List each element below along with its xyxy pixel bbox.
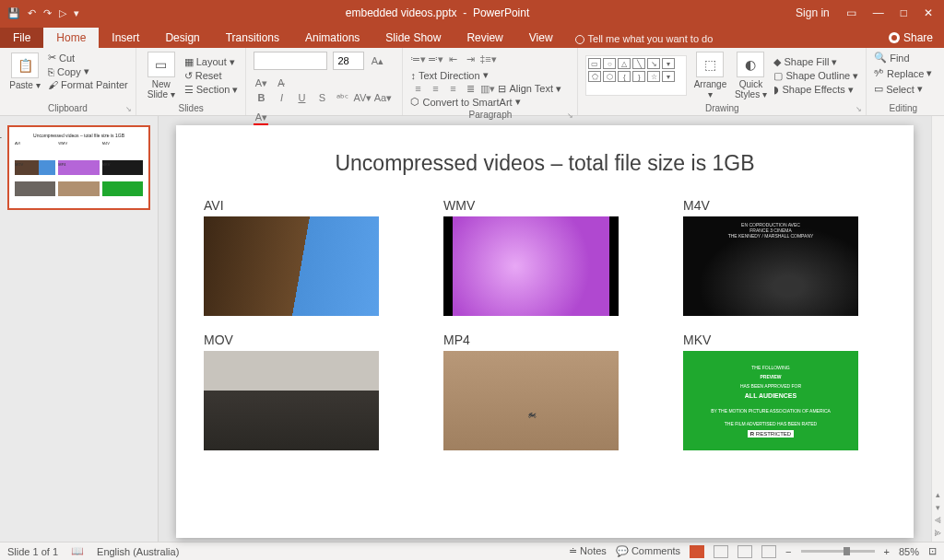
tab-file[interactable]: File	[0, 28, 43, 48]
customize-qat-icon[interactable]: ▾	[74, 7, 79, 19]
font-size-input[interactable]	[333, 52, 364, 70]
align-left-button[interactable]: ≡	[410, 81, 425, 96]
align-text-button[interactable]: ⊟ Align Text ▾	[498, 83, 561, 95]
shape-fill-button[interactable]: ◆ Shape Fill ▾	[773, 56, 858, 68]
spell-check-icon[interactable]: 📖	[71, 545, 84, 557]
next-slide-icon[interactable]: ⫸	[934, 529, 942, 538]
align-center-button[interactable]: ≡	[428, 81, 442, 96]
shapes-gallery[interactable]: ▭○△╲↘▾ ⬠⬡{}☆▾	[585, 55, 687, 96]
reading-view-button[interactable]	[738, 545, 752, 558]
zoom-level[interactable]: 85%	[899, 546, 919, 557]
ribbon-display-options-icon[interactable]: ▭	[846, 6, 856, 19]
close-icon[interactable]: ✕	[924, 6, 933, 19]
convert-smartart-button[interactable]: ⬡ Convert to SmartArt ▾	[410, 96, 520, 108]
share-button[interactable]: Share	[878, 28, 944, 48]
tab-home[interactable]: Home	[43, 28, 99, 48]
layout-button[interactable]: ▦ Layout ▾	[184, 56, 239, 68]
slide-thumbnail-1[interactable]: 1 Uncompressed videos – total file size …	[7, 125, 150, 210]
dialog-launcher-icon[interactable]: ↘	[125, 105, 132, 113]
slide-canvas[interactable]: Uncompressed videos – total file size is…	[176, 125, 914, 538]
slide-thumbnails-panel[interactable]: 1 Uncompressed videos – total file size …	[0, 116, 159, 542]
align-right-button[interactable]: ≡	[445, 81, 460, 96]
underline-button[interactable]: U	[294, 90, 309, 105]
replace-button[interactable]: ᵃ⁄ᵇ Replace ▾	[874, 67, 932, 79]
reset-button[interactable]: ↺ Reset	[184, 70, 239, 82]
decrease-font-icon[interactable]: A▾	[254, 76, 268, 90]
tab-view[interactable]: View	[516, 28, 566, 48]
sign-in-link[interactable]: Sign in	[796, 6, 830, 19]
minimize-icon[interactable]: —	[873, 6, 884, 19]
zoom-in-button[interactable]: +	[884, 546, 890, 557]
video-cell-avi[interactable]: AVI	[204, 198, 407, 316]
quick-styles-button[interactable]: ◐Quick Styles ▾	[733, 52, 768, 99]
tab-review[interactable]: Review	[454, 28, 515, 48]
font-family-input[interactable]	[254, 52, 327, 70]
change-case-button[interactable]: Aa▾	[375, 90, 390, 105]
comments-button[interactable]: 💬 Comments	[616, 545, 680, 557]
save-icon[interactable]: 💾	[7, 7, 20, 19]
notes-button[interactable]: ≐ Notes	[569, 545, 607, 557]
slide-title-text[interactable]: Uncompressed videos – total file size is…	[204, 151, 886, 176]
justify-button[interactable]: ≣	[463, 81, 478, 96]
tab-insert[interactable]: Insert	[99, 28, 152, 48]
clear-formatting-icon[interactable]: A̶	[274, 76, 289, 90]
dialog-launcher-icon[interactable]: ↘	[856, 105, 862, 113]
start-from-beginning-icon[interactable]: ▷	[59, 7, 66, 19]
tab-animations[interactable]: Animations	[292, 28, 372, 48]
video-thumbnail[interactable]: 🏍	[443, 351, 619, 450]
video-cell-m4v[interactable]: M4V EN COPRODUCTION AVECFRANCE 3 CINEMAT…	[683, 198, 886, 316]
video-thumbnail[interactable]	[204, 351, 379, 450]
section-button[interactable]: ☰ Section ▾	[184, 84, 239, 96]
normal-view-button[interactable]	[690, 545, 704, 558]
cut-button[interactable]: ✂ Cut	[48, 52, 128, 64]
new-slide-button[interactable]: ▭New Slide ▾	[144, 52, 179, 99]
tab-design[interactable]: Design	[152, 28, 212, 48]
shape-outline-button[interactable]: ▢ Shape Outline ▾	[773, 70, 858, 82]
find-button[interactable]: 🔍 Find	[874, 52, 932, 64]
italic-button[interactable]: I	[274, 90, 289, 105]
vertical-scrollbar[interactable]: ▴ ▾ ⫷ ⫸	[931, 116, 944, 542]
fit-to-window-button[interactable]: ⊡	[928, 545, 937, 557]
redo-icon[interactable]: ↷	[43, 7, 52, 19]
shape-effects-button[interactable]: ◗ Shape Effects ▾	[773, 84, 858, 96]
bold-button[interactable]: B	[254, 90, 268, 105]
video-thumbnail[interactable]	[204, 216, 379, 316]
columns-button[interactable]: ▥▾	[480, 81, 495, 96]
increase-font-icon[interactable]: A▴	[370, 53, 384, 68]
zoom-slider[interactable]	[801, 550, 875, 553]
scroll-up-icon[interactable]: ▴	[936, 490, 940, 499]
zoom-out-button[interactable]: −	[785, 546, 791, 557]
tell-me-search[interactable]: Tell me what you want to do	[566, 29, 723, 48]
video-cell-mov[interactable]: MOV	[204, 332, 407, 450]
strikethrough-button[interactable]: ᵃᵇᶜ	[335, 90, 349, 105]
slideshow-view-button[interactable]	[761, 545, 776, 558]
video-cell-mp4[interactable]: MP4 🏍	[443, 332, 646, 450]
text-direction-button[interactable]: ↕ Text Direction ▾	[410, 69, 488, 81]
shadow-button[interactable]: S	[314, 90, 329, 105]
scroll-down-icon[interactable]: ▾	[936, 503, 940, 512]
maximize-icon[interactable]: □	[901, 6, 907, 19]
undo-icon[interactable]: ↶	[28, 7, 36, 19]
tab-transitions[interactable]: Transitions	[213, 28, 292, 48]
arrange-button[interactable]: ⬚Arrange ▾	[692, 52, 727, 99]
video-thumbnail[interactable]: EN COPRODUCTION AVECFRANCE 3 CINEMATHE K…	[683, 216, 858, 316]
paste-button[interactable]: 📋Paste ▾	[7, 52, 42, 90]
format-painter-button[interactable]: 🖌 Format Painter	[48, 79, 128, 90]
copy-button[interactable]: ⎘ Copy ▾	[48, 65, 128, 77]
slide-editor[interactable]: Uncompressed videos – total file size is…	[159, 116, 931, 542]
bullets-button[interactable]: ≔▾	[410, 52, 425, 66]
slide-counter[interactable]: Slide 1 of 1	[7, 546, 58, 557]
select-button[interactable]: ▭ Select ▾	[874, 83, 932, 95]
video-cell-wmv[interactable]: WMV	[443, 198, 646, 316]
video-thumbnail[interactable]	[443, 216, 619, 316]
spacing-button[interactable]: AV▾	[355, 90, 370, 105]
language-indicator[interactable]: English (Australia)	[97, 546, 179, 557]
numbering-button[interactable]: ≕▾	[428, 52, 442, 66]
slide-sorter-view-button[interactable]	[714, 545, 728, 558]
video-thumbnail[interactable]: THE FOLLOWING PREVIEW HAS BEEN APPROVED …	[683, 351, 858, 450]
increase-indent-button[interactable]: ⇥	[463, 52, 478, 66]
decrease-indent-button[interactable]: ⇤	[445, 52, 460, 66]
prev-slide-icon[interactable]: ⫷	[934, 516, 942, 525]
line-spacing-button[interactable]: ‡≡▾	[480, 52, 495, 66]
video-cell-mkv[interactable]: MKV THE FOLLOWING PREVIEW HAS BEEN APPRO…	[683, 332, 886, 450]
